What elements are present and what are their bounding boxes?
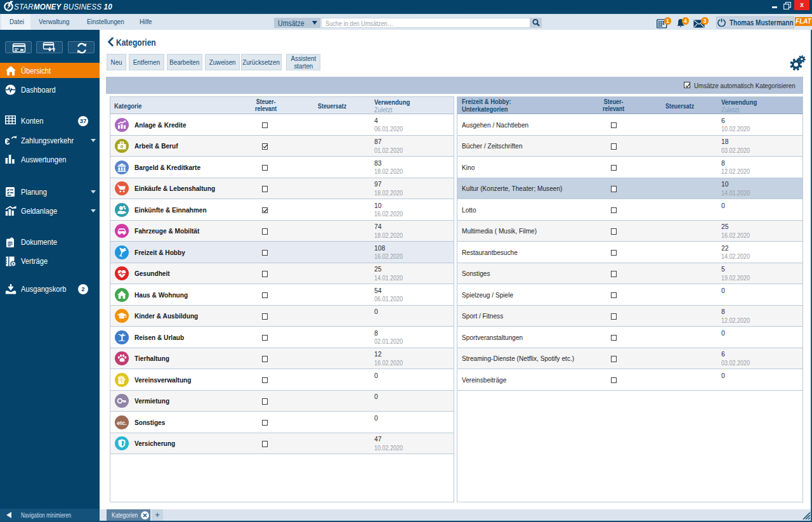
svg-text:€: € [5, 136, 10, 146]
svg-text:etc.: etc. [117, 419, 127, 426]
